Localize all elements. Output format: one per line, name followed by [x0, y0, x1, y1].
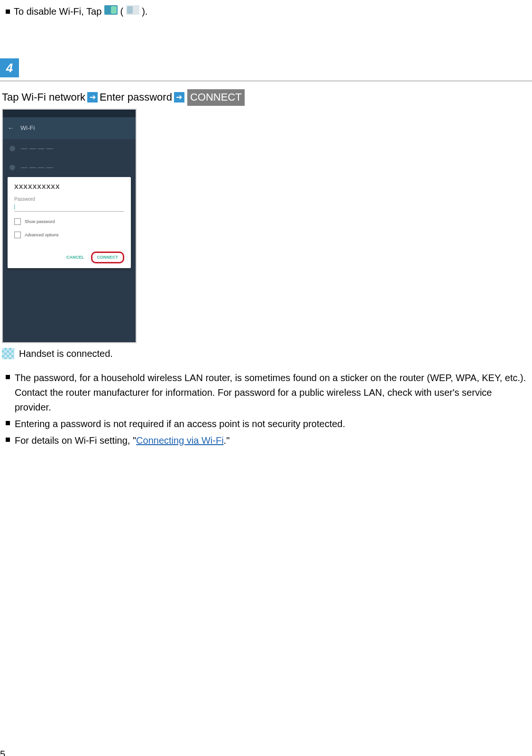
paren-open: (: [120, 6, 123, 17]
info-bullet: The password, for a household wireless L…: [6, 371, 529, 415]
password-input[interactable]: [14, 205, 124, 212]
header-title: Wi‑Fi: [20, 124, 35, 132]
bullet-icon: [6, 438, 10, 442]
show-password-checkbox[interactable]: Show password: [14, 218, 124, 225]
paren-close: ).: [142, 6, 147, 17]
connect-button-label: CONNECT: [187, 89, 245, 106]
arrow-right-icon: ➔: [87, 92, 98, 103]
dialog-network-name: XXXXXXXXXX: [14, 183, 124, 191]
info-text-3-suffix: .": [224, 435, 230, 446]
connecting-via-wifi-link[interactable]: Connecting via Wi-Fi: [136, 435, 224, 446]
step-number: 4: [6, 59, 13, 76]
dialog-connect-button[interactable]: CONNECT: [91, 252, 125, 263]
phone-screenshot: ← Wi‑Fi — — — — — — — — XXXXXXXXXX Passw…: [2, 109, 137, 343]
wifi-row: — — — —: [3, 158, 136, 177]
result-text: Handset is connected.: [19, 347, 113, 360]
advanced-options-checkbox[interactable]: Advanced options: [14, 232, 124, 238]
instruction-part1: Tap Wi-Fi network: [2, 90, 85, 105]
checkbox-icon: [14, 218, 21, 225]
instruction-line: Tap Wi-Fi network ➔ Enter password ➔ CON…: [2, 89, 532, 106]
instruction-part2: Enter password: [100, 90, 172, 105]
show-password-label: Show password: [25, 219, 55, 225]
advanced-options-label: Advanced options: [25, 232, 59, 238]
bullet-icon: [6, 375, 10, 379]
dialog-cancel-button[interactable]: CANCEL: [66, 254, 84, 261]
info-text-1: The password, for a household wireless L…: [15, 371, 529, 415]
wifi-row: — — — —: [3, 139, 136, 158]
back-icon: ←: [8, 124, 14, 132]
checkbox-icon: [14, 232, 21, 238]
phone-header: ← Wi‑Fi: [3, 117, 136, 139]
arrow-right-icon: ➔: [174, 92, 184, 103]
toggle-off-icon: [126, 5, 139, 15]
password-label: Password: [14, 196, 124, 203]
info-text-2: Entering a password is not required if a…: [15, 417, 529, 431]
wifi-password-dialog: XXXXXXXXXX Password Show password Advanc…: [8, 177, 131, 268]
step-number-badge: 4: [0, 58, 19, 77]
divider: [0, 80, 532, 82]
disable-wifi-note: To disable Wi-Fi, Tap ( ).: [6, 5, 532, 18]
info-bullet: For details on Wi-Fi setting, "Connectin…: [6, 433, 529, 448]
toggle-on-icon: [104, 5, 118, 15]
result-indicator-icon: [2, 348, 14, 359]
info-bullet: Entering a password is not required if a…: [6, 417, 529, 431]
bullet-icon: [6, 9, 10, 14]
disable-text-prefix: To disable Wi-Fi, Tap: [14, 6, 104, 17]
phone-status-bar: [3, 110, 136, 117]
page-number: 5: [0, 747, 5, 756]
bullet-icon: [6, 421, 10, 425]
info-text-3-prefix: For details on Wi-Fi setting, ": [15, 435, 136, 446]
